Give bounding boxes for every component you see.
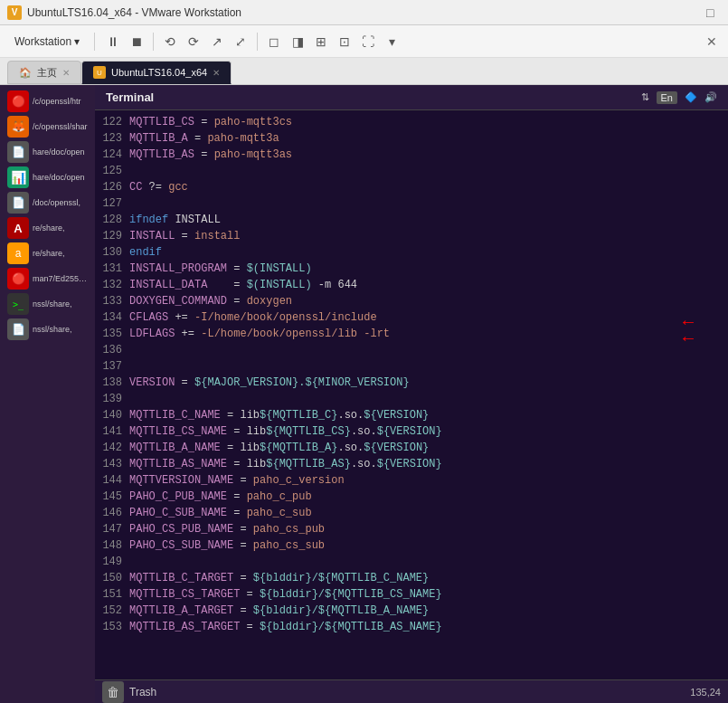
code-line-128: 128ifndef INSTALL: [102, 212, 721, 228]
arrow-135: ←: [683, 326, 694, 353]
code-line-140: 140MQTTLIB_C_NAME = lib${MQTTLIB_C}.so.$…: [102, 407, 721, 423]
code-line-144: 144MQTTVERSION_NAME = paho_c_version: [102, 472, 721, 489]
code-line-135: 135 LDFLAGS += -L/home/book/openssl/lib …: [102, 326, 721, 342]
trash-icon[interactable]: 🗑: [102, 681, 124, 703]
pause-button[interactable]: ⏸: [102, 31, 124, 52]
terminal-content[interactable]: 122MQTTLIB_CS = paho-mqtt3cs 123MQTTLIB_…: [95, 110, 728, 679]
menu-bar: Workstation ▾ ⏸ ⏹ ⟲ ⟳ ↗ ⤢ ◻ ◨ ⊞ ⊡ ⛶ ▾: [0, 25, 728, 58]
app-label-10: nssl/share,: [33, 325, 72, 334]
code-line-146: 146PAHO_C_SUB_NAME = paho_c_sub: [102, 505, 721, 521]
app-icon-openssl1: 🔴: [7, 90, 29, 112]
tab-home[interactable]: 🏠 主页 ✕: [7, 61, 81, 84]
code-line-138: 138VERSION = ${MAJOR_VERSION}.${MINOR_VE…: [102, 375, 721, 391]
app-icon-firefox: 🦊: [7, 116, 29, 138]
app-label-9: nssl/share,: [33, 299, 72, 309]
title-bar: V UbuntuLTS16.04_x64 - VMware Workstatio…: [0, 0, 728, 25]
app-icon-files3: 📄: [7, 318, 29, 340]
stop-button[interactable]: ⏹: [126, 31, 147, 52]
title-bar-text: UbuntuLTS16.04_x64 - VMware Workstation: [27, 6, 706, 19]
home-icon: 🏠: [19, 67, 32, 79]
code-line-122: 122MQTTLIB_CS = paho-mqtt3cs: [102, 114, 721, 130]
app-label-3: hare/doc/open: [33, 147, 85, 157]
code-line-129: 129INSTALL = install: [102, 228, 721, 244]
grid-button[interactable]: ⊞: [310, 31, 332, 52]
app-icon-files1: 📄: [7, 141, 29, 163]
app-icon-amazon: a: [7, 242, 29, 264]
app-icon-writer: A: [7, 217, 29, 239]
tab-vm[interactable]: U UbuntuLTS16.04_x64 ✕: [81, 61, 232, 84]
code-line-143: 143MQTTLIB_AS_NAME = lib${MQTTLIB_AS}.so…: [102, 456, 721, 472]
code-line-126: 126CC ?= gcc: [102, 179, 721, 195]
code-line-137: 137: [102, 358, 721, 375]
code-line-125: 125: [102, 163, 721, 179]
sidebar-item-openssl1[interactable]: 🔴 /c/openssl/htr: [4, 89, 91, 114]
code-line-142: 142MQTTLIB_A_NAME = lib${MQTTLIB_A}.so.$…: [102, 440, 721, 456]
code-line-150: 150MQTTLIB_C_TARGET = ${blddir}/${MQTTLI…: [102, 570, 721, 586]
trash-label: Trash: [129, 686, 156, 698]
app-icon-files2: 📄: [7, 192, 29, 214]
tab-home-close[interactable]: ✕: [62, 68, 70, 78]
bluetooth-icon[interactable]: 🔷: [685, 91, 697, 103]
code-line-147: 147PAHO_CS_PUB_NAME = paho_cs_pub: [102, 521, 721, 537]
refresh-button[interactable]: ⟳: [183, 31, 204, 52]
app-icon-calc: 📊: [7, 166, 29, 188]
tab-home-label: 主页: [37, 66, 57, 80]
vm-icon: U: [93, 66, 106, 79]
toolbar-group: ⏸ ⏹ ⟲ ⟳ ↗ ⤢ ◻ ◨ ⊞ ⊡ ⛶ ▾: [102, 31, 402, 52]
cursor-position: 135,24: [690, 687, 721, 698]
volume-icon[interactable]: 🔊: [704, 91, 717, 103]
code-line-134: 134 CFLAGS += -I/home/book/openssl/inclu…: [102, 309, 721, 326]
app-label-6: re/share,: [33, 223, 65, 233]
code-line-124: 124MQTTLIB_AS = paho-mqtt3as: [102, 147, 721, 163]
sidebar-item-files2[interactable]: 📄 /doc/openssl,: [4, 190, 91, 215]
app-label-5: /doc/openssl,: [33, 198, 80, 207]
code-line-133: 133DOXYGEN_COMMAND = doxygen: [102, 293, 721, 309]
separator-1: [94, 33, 95, 51]
code-line-149: 149: [102, 554, 721, 570]
app-label-1: /c/openssl/htr: [33, 97, 81, 106]
en-badge[interactable]: En: [657, 91, 677, 104]
code-line-151: 151MQTTLIB_CS_TARGET = ${blddir}/${MQTTL…: [102, 586, 721, 603]
app-label-7: re/share,: [33, 249, 65, 258]
sidebar-item-files3[interactable]: 📄 nssl/share,: [4, 317, 91, 342]
sidebar-item-amazon[interactable]: a re/share,: [4, 241, 91, 266]
code-line-131: 131INSTALL_PROGRAM = $(INSTALL): [102, 261, 721, 277]
close-button[interactable]: ─ □ ✕: [706, 5, 721, 20]
snapshot-button[interactable]: ⊡: [334, 31, 355, 52]
sidebar-item-openssl2[interactable]: 🔴 man7/Ed25519.: [4, 266, 91, 291]
sidebar-item-firefox[interactable]: 🦊 /c/openssl/shar: [4, 114, 91, 139]
code-line-145: 145PAHO_C_PUB_NAME = paho_c_pub: [102, 489, 721, 505]
reset-button[interactable]: ⟲: [159, 31, 181, 52]
separator-2: [153, 33, 154, 51]
app-icon: V: [7, 5, 22, 20]
sidebar-item-writer[interactable]: A re/share,: [4, 215, 91, 241]
code-line-141: 141MQTTLIB_CS_NAME = lib${MQTTLIB_CS}.so…: [102, 423, 721, 440]
app-label-2: /c/openssl/shar: [33, 122, 88, 131]
expand-button[interactable]: ⤢: [230, 31, 251, 52]
code-line-130: 130endif: [102, 244, 721, 261]
tab-bar: 🏠 主页 ✕ U UbuntuLTS16.04_x64 ✕: [0, 58, 728, 85]
left-sidebar: 🔴 /c/openssl/htr 🦊 /c/openssl/shar 📄 har…: [0, 85, 95, 703]
sort-icon[interactable]: ⇅: [641, 91, 649, 103]
code-line-153: 153MQTTLIB_AS_TARGET = ${blddir}/${MQTTL…: [102, 619, 721, 635]
workstation-menu[interactable]: Workstation ▾: [7, 32, 87, 52]
terminal-controls: ⇅ En 🔷 🔊: [641, 91, 717, 104]
main-area: 🔴 /c/openssl/htr 🦊 /c/openssl/shar 📄 har…: [0, 85, 728, 703]
window-button[interactable]: ◻: [263, 31, 285, 52]
tab-vm-close[interactable]: ✕: [213, 68, 220, 78]
code-line-132: 132INSTALL_DATA = $(INSTALL) -m 644: [102, 277, 721, 293]
app-label-8: man7/Ed25519.: [33, 274, 88, 283]
code-line-123: 123MQTTLIB_A = paho-mqtt3a: [102, 130, 721, 147]
app-icon-terminal: >_: [7, 293, 29, 315]
code-line-139: 139: [102, 391, 721, 407]
sidebar-item-files1[interactable]: 📄 hare/doc/open: [4, 139, 91, 165]
sidebar-item-calc[interactable]: 📊 hare/doc/open: [4, 165, 91, 190]
send-button[interactable]: ↗: [206, 31, 228, 52]
code-line-127: 127: [102, 195, 721, 212]
sidebar-item-terminal[interactable]: >_ nssl/share,: [4, 291, 91, 317]
fullscreen-button[interactable]: ⛶: [357, 31, 379, 52]
terminal-title: Terminal: [106, 90, 154, 104]
split-button[interactable]: ◨: [287, 31, 308, 52]
terminal-area: Terminal ⇅ En 🔷 🔊 122MQTTLIB_CS = paho-m…: [95, 85, 728, 703]
more-button[interactable]: ▾: [381, 31, 402, 52]
